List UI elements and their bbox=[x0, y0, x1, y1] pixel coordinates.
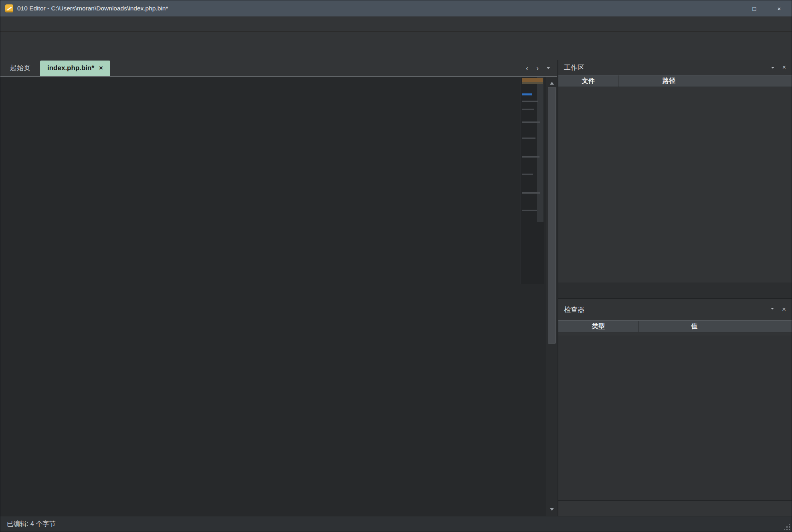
inspector-title: 检查器 bbox=[564, 305, 584, 314]
hex-vertical-scrollbar[interactable] bbox=[546, 77, 557, 516]
maximize-button[interactable]: □ bbox=[742, 0, 767, 16]
hex-view[interactable] bbox=[0, 77, 546, 516]
bottom-tab-bar bbox=[558, 500, 792, 516]
hex-editor-panel: 起始页 index.php.bin* × ‹ › bbox=[0, 60, 557, 516]
tab-active-file[interactable]: index.php.bin* × bbox=[40, 61, 110, 76]
title-bar: 010 Editor - C:\Users\moran\Downloads\in… bbox=[0, 0, 792, 16]
tab-prev-icon[interactable]: ‹ bbox=[526, 64, 528, 73]
hex-column-header bbox=[0, 77, 546, 85]
right-panel: 工作区 × 文件 路径 检查器 × 类型 bbox=[558, 60, 792, 516]
workspace-header: 工作区 × bbox=[558, 60, 792, 75]
tab-list-icon[interactable] bbox=[547, 67, 550, 71]
main-area: 起始页 index.php.bin* × ‹ › bbox=[0, 60, 792, 516]
scrollbar-thumb[interactable] bbox=[548, 87, 556, 344]
column-value[interactable]: 值 bbox=[639, 321, 792, 332]
inspector-header: 检查器 × bbox=[558, 299, 792, 320]
inspector-column-header: 类型 值 bbox=[558, 320, 792, 332]
status-edited: 已编辑: 4 个字节 bbox=[0, 520, 56, 528]
workspace-title: 工作区 bbox=[564, 63, 584, 72]
inspector-rows bbox=[558, 336, 792, 500]
inspector-menu-icon[interactable] bbox=[771, 308, 774, 311]
tab-close-icon[interactable]: × bbox=[99, 64, 103, 72]
column-file[interactable]: 文件 bbox=[558, 75, 618, 87]
tab-start-page[interactable]: 起始页 bbox=[0, 61, 40, 76]
minimize-button[interactable]: ─ bbox=[717, 0, 742, 16]
panel-tab-bar bbox=[558, 283, 792, 299]
close-button[interactable]: × bbox=[767, 0, 792, 16]
tab-active-label: index.php.bin* bbox=[47, 64, 94, 72]
scroll-up-icon[interactable] bbox=[550, 80, 554, 85]
window-title: 010 Editor - C:\Users\moran\Downloads\in… bbox=[17, 5, 168, 12]
menu-bar bbox=[0, 16, 792, 32]
inspector-close-icon[interactable]: × bbox=[782, 305, 786, 314]
document-tab-bar: 起始页 index.php.bin* × ‹ › bbox=[0, 60, 557, 77]
resize-grip[interactable] bbox=[789, 529, 790, 530]
minimap[interactable] bbox=[521, 77, 544, 284]
toolbar bbox=[0, 32, 792, 60]
workspace-column-header: 文件 路径 bbox=[558, 75, 792, 87]
column-type[interactable]: 类型 bbox=[558, 321, 639, 332]
app-logo-icon bbox=[5, 4, 13, 12]
workspace-close-icon[interactable]: × bbox=[782, 64, 786, 71]
tab-next-icon[interactable]: › bbox=[536, 64, 539, 73]
column-path[interactable]: 路径 bbox=[618, 75, 792, 87]
status-bar: 已编辑: 4 个字节 bbox=[0, 516, 792, 532]
workspace-menu-icon[interactable] bbox=[771, 67, 774, 70]
scroll-down-icon[interactable] bbox=[550, 508, 554, 513]
app-window: 010 Editor - C:\Users\moran\Downloads\in… bbox=[0, 0, 792, 532]
